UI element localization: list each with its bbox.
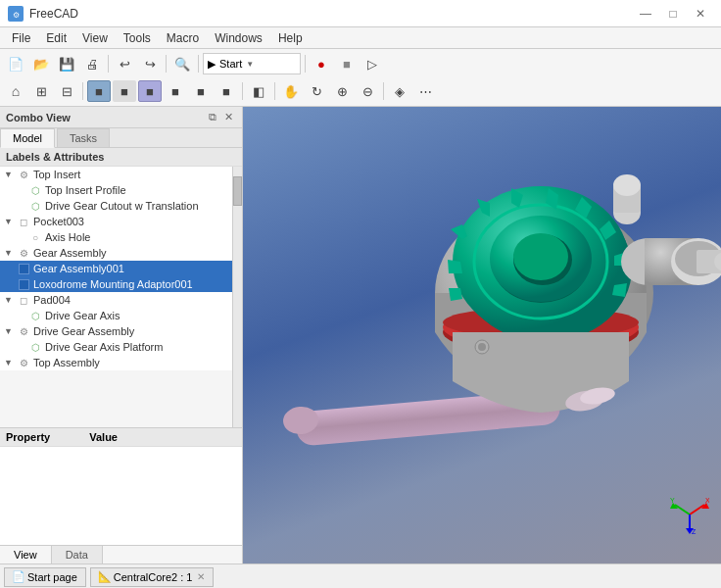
svg-text:Y: Y: [670, 497, 675, 504]
sep3: [198, 55, 199, 73]
tab-model[interactable]: Model: [0, 128, 55, 148]
arrow-more: [4, 358, 16, 368]
section-header: Labels & Attributes: [0, 148, 242, 167]
sep8: [383, 82, 384, 100]
menu-edit[interactable]: Edit: [38, 29, 74, 47]
svg-point-28: [478, 343, 486, 351]
arrow-pocket003: [4, 217, 16, 226]
icon-top-insert-profile: ⬡: [27, 183, 43, 197]
icon-drive-gear-axis-platform: ⬡: [27, 340, 43, 354]
record-button[interactable]: ●: [310, 53, 333, 74]
menu-tools[interactable]: Tools: [116, 29, 159, 47]
menu-view[interactable]: View: [74, 29, 116, 47]
redo-button[interactable]: ↪: [138, 53, 162, 74]
zoom-button[interactable]: ⊕: [330, 80, 354, 102]
maximize-button[interactable]: □: [660, 3, 686, 24]
menu-help[interactable]: Help: [270, 29, 311, 47]
view-left-button[interactable]: ■: [215, 80, 238, 102]
tree-item-top-insert[interactable]: ⚙ Top Insert: [0, 167, 232, 182]
new-button[interactable]: 📄: [4, 53, 27, 74]
central-core-close[interactable]: ✕: [197, 571, 205, 582]
tree-item-drive-gear-axis-platform[interactable]: ⬡ Drive Gear Axis Platform: [0, 339, 232, 355]
view-front-button[interactable]: ■: [87, 80, 111, 102]
window-controls: — □ ✕: [633, 3, 713, 24]
stop-button[interactable]: ■: [335, 53, 359, 74]
start-page-icon: 📄: [13, 571, 24, 583]
macro-button[interactable]: ▷: [360, 53, 384, 74]
undo-button[interactable]: ↩: [113, 53, 136, 74]
tree-item-gear-assembly[interactable]: ⚙ Gear Assembly: [0, 245, 232, 261]
tree-item-drive-gear-assembly[interactable]: ⚙ Drive Gear Assembly: [0, 323, 232, 339]
icon-drive-gear-assembly: ⚙: [16, 324, 31, 338]
app-icon: ⚙: [8, 6, 24, 22]
menu-windows[interactable]: Windows: [207, 29, 270, 47]
combo-view-header: Combo View ⧉ ✕: [0, 107, 242, 128]
tree-item-pocket003[interactable]: ◻ Pocket003: [0, 214, 232, 229]
view-iso-button[interactable]: ◧: [247, 80, 270, 102]
menu-file[interactable]: File: [4, 29, 38, 47]
close-button[interactable]: ✕: [688, 3, 713, 24]
menu-bar: File Edit View Tools Macro Windows Help: [0, 27, 721, 49]
icon-drive-gear-axis: ⬡: [27, 309, 43, 322]
draw-style-button[interactable]: ◈: [388, 80, 411, 102]
print-button[interactable]: 🖨: [80, 53, 104, 74]
open-button[interactable]: 📂: [29, 53, 53, 74]
view-home-button[interactable]: ⌂: [4, 80, 27, 102]
tree-item-drive-gear-axis[interactable]: ⬡ Drive Gear Axis: [0, 308, 232, 323]
scrollbar-thumb[interactable]: [233, 176, 242, 206]
status-tab-central-core[interactable]: 📐 CentralCore2 : 1 ✕: [90, 567, 215, 587]
svg-text:Z: Z: [692, 528, 697, 534]
sep6: [242, 82, 243, 100]
status-bar: 📄 Start page 📐 CentralCore2 : 1 ✕: [0, 564, 721, 588]
svg-line-32: [675, 505, 690, 514]
icon-pocket003: ◻: [16, 215, 31, 228]
combo-view-title: Combo View: [6, 112, 71, 123]
nav-button[interactable]: 🔍: [170, 53, 194, 74]
svg-point-24: [513, 233, 568, 280]
minimize-button[interactable]: —: [633, 3, 658, 24]
tree-item-axis-hole[interactable]: ○ Axis Hole: [0, 229, 232, 245]
tab-view[interactable]: View: [0, 546, 52, 564]
tree-item-pad004[interactable]: ◻ Pad004: [0, 292, 232, 308]
title-bar: ⚙ FreeCAD — □ ✕: [0, 0, 721, 27]
rotate-button[interactable]: ↻: [305, 80, 328, 102]
left-panel-bottom-tabs: View Data: [0, 545, 242, 564]
tree-scrollbar[interactable]: [232, 167, 242, 427]
combo-close-button[interactable]: ✕: [221, 111, 236, 123]
tree-item-loxodrome[interactable]: Loxodrome Mounting Adaptor001: [0, 276, 232, 292]
tree-item-gear-assembly001[interactable]: Gear Assembly001: [0, 261, 232, 276]
tree-item-top-insert-profile[interactable]: ⬡ Top Insert Profile: [0, 182, 232, 198]
arrow-top-insert: [4, 170, 16, 179]
view-back-button[interactable]: ■: [113, 80, 136, 102]
sep2: [166, 55, 167, 73]
view-top-button[interactable]: ■: [138, 80, 162, 102]
left-panel: Combo View ⧉ ✕ Model Tasks Labels & Attr…: [0, 107, 243, 564]
tree-item-drive-gear-cutout[interactable]: ⬡ Drive Gear Cutout w Translation: [0, 198, 232, 214]
view-extras-button[interactable]: ⋯: [413, 80, 437, 102]
zoom-minus-button[interactable]: ⊖: [356, 80, 379, 102]
menu-macro[interactable]: Macro: [159, 29, 207, 47]
arrow-pad004: [4, 295, 16, 305]
tree-item-more[interactable]: ⚙ Top Assembly: [0, 355, 232, 370]
view-std-button[interactable]: ⊟: [55, 80, 78, 102]
central-core-icon: 📐: [99, 571, 111, 583]
toolbar-row-1: 📄 📂 💾 🖨 ↩ ↪ 🔍 ▶ Start ▼ ● ■ ▷: [4, 51, 717, 76]
start-dropdown[interactable]: ▶ Start ▼: [203, 53, 301, 74]
icon-gear-assembly001: [16, 262, 31, 275]
view-right-button[interactable]: ■: [189, 80, 213, 102]
tree-container: ⚙ Top Insert ⬡ Top Insert Profile: [0, 167, 242, 427]
tab-data[interactable]: Data: [52, 546, 103, 564]
svg-text:X: X: [705, 497, 709, 504]
status-tab-start[interactable]: 📄 Start page: [4, 567, 86, 587]
viewport[interactable]: X Y Z: [243, 107, 721, 564]
svg-line-29: [690, 505, 704, 514]
panel-tabs: Model Tasks: [0, 128, 242, 148]
view-bottom-button[interactable]: ■: [164, 80, 187, 102]
combo-float-button[interactable]: ⧉: [206, 111, 219, 123]
pan-button[interactable]: ✋: [279, 80, 303, 102]
save-button[interactable]: 💾: [55, 53, 78, 74]
tab-tasks[interactable]: Tasks: [57, 128, 110, 147]
view-fit-button[interactable]: ⊞: [29, 80, 53, 102]
property-header: Property Value: [0, 428, 242, 447]
icon-loxodrome: [16, 277, 31, 291]
